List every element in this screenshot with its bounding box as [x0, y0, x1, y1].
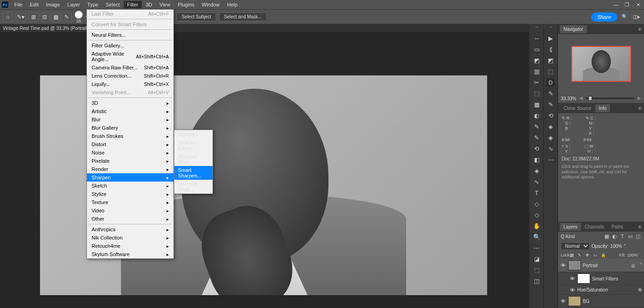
- tool-icon-a-22[interactable]: ◫: [533, 277, 541, 285]
- lock-all-icon[interactable]: 🔒: [600, 253, 606, 257]
- share-button[interactable]: Share: [591, 12, 617, 22]
- filter-item-3d[interactable]: 3D▸: [87, 99, 173, 107]
- panel-menu-icon[interactable]: ≡: [636, 26, 644, 32]
- tool-icon-b-1[interactable]: ⟪: [546, 45, 555, 53]
- tool-icon-a-19[interactable]: ⋯: [533, 244, 541, 252]
- tool-icon-a-7[interactable]: ◐: [533, 111, 541, 120]
- layer-row-portrait[interactable]: 👁Portrait◎˅: [558, 259, 644, 272]
- menu-type[interactable]: Type: [84, 1, 102, 8]
- tool-icon-b-2[interactable]: ◩: [546, 56, 555, 64]
- lock-transparent-icon[interactable]: ▦: [569, 253, 575, 257]
- sharpen-item-smart-sharpen[interactable]: Smart Sharpen...: [174, 166, 213, 180]
- filter-item-stylize[interactable]: Stylize▸: [87, 190, 173, 198]
- filter-item-neural-filters[interactable]: Neural Filters...: [87, 31, 173, 39]
- tool-icon-a-11[interactable]: ◧: [533, 155, 541, 164]
- tool-icon-a-16[interactable]: ◇: [533, 211, 541, 219]
- tool-icon-a-10[interactable]: ⟲: [533, 144, 541, 153]
- blend-mode-select[interactable]: Normal: [561, 242, 590, 250]
- tool-icon-a-0[interactable]: ↔: [533, 34, 541, 42]
- tool-icon-b-3[interactable]: ⬚: [546, 67, 555, 75]
- tool-icon-a-21[interactable]: ⬚: [533, 266, 541, 274]
- lock-artboard-icon[interactable]: ▭: [592, 253, 598, 257]
- tool-icon-a-15[interactable]: ◇: [533, 200, 541, 208]
- workspace-switcher-icon[interactable]: ◫▸: [632, 12, 641, 22]
- zoom-in-icon[interactable]: [638, 97, 641, 100]
- filter-item-noise[interactable]: Noise▸: [87, 148, 173, 157]
- panel-menu-icon[interactable]: ≡: [636, 105, 644, 111]
- tool-icon-a-20[interactable]: ◪: [533, 255, 541, 263]
- home-icon[interactable]: ⌂: [3, 12, 13, 22]
- tool-icon-a-5[interactable]: ⬚: [533, 89, 541, 97]
- brush-preview-icon[interactable]: [75, 11, 83, 19]
- visibility-toggle-icon[interactable]: 👁: [569, 287, 575, 293]
- window-minimize[interactable]: —: [612, 2, 620, 7]
- expand-filters-icon[interactable]: ˅: [639, 262, 642, 268]
- layer-row-smart-filters[interactable]: 👁Smart Filters: [558, 272, 644, 285]
- select-subject-button[interactable]: Select Subject: [177, 12, 216, 21]
- filter-item-brush-strokes[interactable]: Brush Strokes▸: [87, 132, 173, 140]
- filter-item-artistic[interactable]: Artistic▸: [87, 107, 173, 115]
- tab-info[interactable]: Info: [595, 104, 610, 112]
- tab-clone-source[interactable]: Clone Source: [560, 104, 595, 112]
- filter-adjust-icon[interactable]: ◐: [611, 233, 618, 240]
- panel-menu-icon[interactable]: ≡: [636, 224, 644, 229]
- menu-image[interactable]: Image: [43, 1, 63, 8]
- menu-view[interactable]: View: [156, 1, 174, 8]
- lock-paint-icon[interactable]: ✎: [576, 253, 583, 257]
- tool-icon-b-9[interactable]: ◈: [546, 133, 555, 142]
- menu-filter[interactable]: Filter: [124, 1, 141, 8]
- menu-plugins[interactable]: Plugins: [174, 1, 197, 8]
- fill-value[interactable]: 100%: [627, 253, 633, 257]
- filter-item-blur[interactable]: Blur▸: [87, 115, 173, 124]
- sharpen-item-unsharp-mask[interactable]: Unsharp Mask...: [174, 180, 213, 194]
- filter-item-camera-raw-filter[interactable]: Camera Raw Filter...Shift+Ctrl+A: [87, 63, 173, 72]
- tool-icon-a-14[interactable]: T: [533, 188, 541, 197]
- sharpen-item-sharpen[interactable]: Sharpen: [174, 130, 213, 138]
- tab-navigator[interactable]: Navigator: [560, 25, 587, 33]
- tool-icon-b-5[interactable]: ✎: [546, 89, 555, 97]
- sharpen-item-sharpen-edges[interactable]: Sharpen Edges: [174, 138, 213, 152]
- filter-item-skylum-software[interactable]: Skylum Software▸: [87, 250, 173, 258]
- visibility-toggle-icon[interactable]: 👁: [560, 298, 566, 304]
- filter-item-distort[interactable]: Distort▸: [87, 140, 173, 148]
- tool-icon-b-10[interactable]: ∿: [546, 144, 555, 153]
- tool-icon-a-12[interactable]: ◈: [533, 166, 541, 175]
- tool-icon-a-4[interactable]: ✂: [533, 78, 541, 86]
- menu-select[interactable]: Select: [103, 1, 123, 8]
- filter-item-render[interactable]: Render▸: [87, 165, 173, 173]
- layer-row-bg[interactable]: 👁BG: [558, 295, 644, 308]
- tab-channels[interactable]: Channels: [581, 223, 608, 231]
- tool-icon-a-18[interactable]: 🔍: [533, 233, 541, 241]
- filter-item-liquify[interactable]: Liquify...Shift+Ctrl+X: [87, 80, 173, 88]
- menu-3d[interactable]: 3D: [143, 1, 155, 8]
- collapse-handle-icon[interactable]: ‹‹: [544, 25, 558, 29]
- intersect-selection-icon[interactable]: ▦: [51, 12, 61, 22]
- filter-item-sketch[interactable]: Sketch▸: [87, 182, 173, 190]
- add-selection-icon[interactable]: ⊞: [29, 12, 39, 22]
- filter-item-sharpen[interactable]: Sharpen▸: [87, 173, 173, 182]
- menu-layer[interactable]: Layer: [64, 1, 83, 8]
- tool-icon-a-17[interactable]: ✋: [533, 222, 541, 230]
- sharpen-item-sharpen-more[interactable]: Sharpen More: [174, 152, 213, 166]
- filter-type-icon[interactable]: T: [619, 233, 626, 240]
- tool-icon-a-3[interactable]: ▥: [533, 67, 541, 75]
- filter-item-pixelate[interactable]: Pixelate▸: [87, 157, 173, 165]
- filter-item-retouch4me[interactable]: Retouch4me▸: [87, 242, 173, 250]
- tool-icon-a-2[interactable]: ◩: [533, 56, 541, 64]
- tool-icon-b-4[interactable]: D: [546, 78, 555, 86]
- window-maximize[interactable]: ❐: [623, 2, 631, 8]
- filter-smart-icon[interactable]: ◫: [635, 233, 641, 240]
- menu-edit[interactable]: Edit: [27, 1, 42, 8]
- tab-paths[interactable]: Paths: [608, 223, 627, 231]
- filter-item-texture[interactable]: Texture▸: [87, 198, 173, 206]
- tool-icon-b-8[interactable]: ◈: [546, 122, 555, 131]
- tool-icon-a-13[interactable]: ∿: [533, 177, 541, 186]
- tool-icon-b-7[interactable]: ⟲: [546, 111, 555, 120]
- filter-item-nik-collection[interactable]: Nik Collection▸: [87, 234, 173, 242]
- filter-item-filter-gallery[interactable]: Filter Gallery...: [87, 41, 173, 50]
- filter-item-other[interactable]: Other▸: [87, 215, 173, 223]
- search-icon[interactable]: 🔍: [620, 12, 629, 22]
- tab-layers[interactable]: Layers: [560, 223, 581, 231]
- visibility-toggle-icon[interactable]: 👁: [569, 276, 575, 281]
- tool-icon-b-0[interactable]: ▶: [546, 34, 555, 42]
